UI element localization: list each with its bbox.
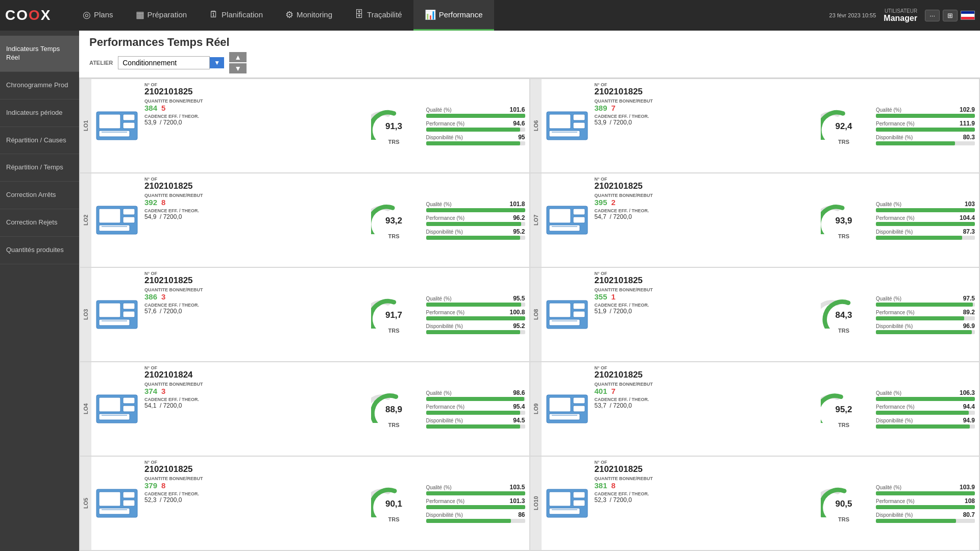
nav-planification[interactable]: 🗓 Planification xyxy=(198,0,274,31)
qty-good: 395 xyxy=(595,198,607,207)
of-number: 2102101825 xyxy=(595,276,814,286)
cad-val: 52,3 / 7200,0 xyxy=(144,496,364,504)
qty-good: 374 xyxy=(144,387,157,395)
sidebar-item-correction-arrets[interactable]: Correction Arrêts xyxy=(0,182,79,209)
gauge-value: 91,7 xyxy=(385,310,402,320)
metric-disponibilite: Disponibilité (%) 87.3 xyxy=(876,228,975,240)
nav-up-button[interactable]: ▲ xyxy=(229,52,247,62)
svg-rect-14 xyxy=(99,225,130,231)
svg-rect-39 xyxy=(123,397,135,404)
lot-label: LO8 xyxy=(530,268,542,361)
metrics-col: Qualité (%) 102.9 Performance (%) 111.9 … xyxy=(872,79,979,172)
qty-bad: 2 xyxy=(611,198,616,207)
user-name: Manager xyxy=(884,14,917,23)
nav-performance[interactable]: 📊 Performance xyxy=(413,0,494,31)
svg-rect-49 xyxy=(99,492,120,506)
of-number: 2102101825 xyxy=(144,276,364,286)
metric-disponibilite: Disponibilité (%) 86 xyxy=(426,511,525,523)
gauge-container: 90,5 xyxy=(821,484,867,517)
nav-tracabilite-label: Traçabilité xyxy=(367,10,402,19)
machine-preview xyxy=(542,362,593,456)
kpi-card-lo8: LO8 N° OF 2102101825 QUANTITE BONNE/REBU… xyxy=(530,268,979,361)
svg-rect-33 xyxy=(573,303,585,309)
lot-label: LO4 xyxy=(80,362,91,456)
language-flag[interactable] xyxy=(961,11,975,20)
nav-btn-2[interactable]: ⊞ xyxy=(943,10,958,21)
nav-preparation[interactable]: ▦ Préparation xyxy=(125,0,199,31)
svg-rect-57 xyxy=(573,492,585,498)
qty-row: 381 8 xyxy=(595,481,814,490)
nav-plans[interactable]: ◎ Plans xyxy=(71,0,125,31)
svg-rect-19 xyxy=(549,209,571,223)
sidebar-item-chronogramme-prod[interactable]: Chronogramme Prod xyxy=(0,72,79,99)
nav-down-button[interactable]: ▼ xyxy=(229,63,247,73)
metric-qualite: Qualité (%) 103.9 xyxy=(876,484,975,495)
lot-label: LO7 xyxy=(530,173,542,267)
main-layout: Indicateurs Temps Réel Chronogramme Prod… xyxy=(0,31,980,551)
qty-label: QUANTITE BONNE/REBUT xyxy=(144,98,364,104)
planification-icon: 🗓 xyxy=(209,9,218,20)
kpi-card-lo1: LO1 N° OF 2102101825 QUANTITE BONNE/REBU… xyxy=(80,79,529,172)
qty-row: 379 8 xyxy=(144,481,364,490)
gauge-value: 90,5 xyxy=(835,499,852,509)
card-info: N° OF 2102101825 QUANTITE BONNE/REBUT 35… xyxy=(593,268,816,361)
qty-row: 389 7 xyxy=(595,104,814,112)
plans-icon: ◎ xyxy=(83,9,91,20)
cad-val: 57,6 / 7200,0 xyxy=(144,308,364,315)
of-number: 2102101825 xyxy=(595,465,814,474)
metric-performance: Performance (%) 94.6 xyxy=(426,120,525,132)
nav-tracabilite[interactable]: 🗄 Traçabilité xyxy=(344,0,413,31)
card-info: N° OF 2102101825 QUANTITE BONNE/REBUT 38… xyxy=(593,457,816,550)
sidebar-item-quantites-produites[interactable]: Quantités produites xyxy=(0,237,79,264)
card-info: N° OF 2102101825 QUANTITE BONNE/REBUT 38… xyxy=(142,79,366,172)
qty-bad: 8 xyxy=(161,198,165,207)
qty-label: QUANTITE BONNE/REBUT xyxy=(595,382,814,387)
cad-label: CADENCE EFF. / THEOR. xyxy=(595,303,814,308)
qty-good: 379 xyxy=(144,481,157,490)
user-info: UTILISATEUR Manager xyxy=(884,8,917,23)
svg-rect-56 xyxy=(549,508,580,514)
qty-label: QUANTITE BONNE/REBUT xyxy=(595,476,814,481)
svg-rect-16 xyxy=(123,217,135,223)
metrics-col: Qualité (%) 103.5 Performance (%) 101.3 … xyxy=(422,457,529,550)
nav-preparation-label: Préparation xyxy=(148,10,187,19)
of-number: 2102101825 xyxy=(595,182,814,191)
gauge-container: 92,4 xyxy=(821,107,867,140)
metric-performance: Performance (%) 94.4 xyxy=(876,403,975,415)
gauge-wrap: 92,4 TRS xyxy=(816,79,872,172)
gauge-value: 95,2 xyxy=(835,405,852,415)
machine-preview xyxy=(91,457,142,550)
qty-bad: 1 xyxy=(611,292,616,301)
cad-val: 54,9 / 7200,0 xyxy=(144,213,364,220)
svg-rect-38 xyxy=(99,414,130,420)
sidebar-item-correction-rejets[interactable]: Correction Rejets xyxy=(0,209,79,237)
nav-btn-1[interactable]: ··· xyxy=(925,10,940,21)
nav-monitoring[interactable]: ⚙ Monitoring xyxy=(274,0,344,31)
metric-qualite: Qualité (%) 95.5 xyxy=(426,295,525,307)
metric-disponibilite: Disponibilité (%) 94.9 xyxy=(876,417,975,429)
metric-performance: Performance (%) 96.2 xyxy=(426,214,525,226)
svg-rect-50 xyxy=(99,508,130,514)
metrics-col: Qualité (%) 103.9 Performance (%) 108 Di… xyxy=(872,457,979,550)
sidebar-item-repartition-temps[interactable]: Répartition / Temps xyxy=(0,154,79,182)
sidebar-item-indicateurs-temps-reel[interactable]: Indicateurs Temps Réel xyxy=(0,36,79,72)
atelier-select[interactable]: Conditionnement Assemblage Fabrication xyxy=(118,56,210,69)
cad-val: 53,9 / 7200,0 xyxy=(144,119,364,126)
nav-right: 23 févr 2023 10:55 UTILISATEUR Manager ·… xyxy=(829,8,975,23)
cad-label: CADENCE EFF. / THEOR. xyxy=(595,397,814,402)
lot-label: LO3 xyxy=(80,268,91,361)
qty-label: QUANTITE BONNE/REBUT xyxy=(144,382,364,387)
atelier-dropdown-arrow[interactable]: ▼ xyxy=(210,57,224,68)
svg-rect-28 xyxy=(123,311,135,317)
qty-bad: 3 xyxy=(161,387,165,395)
lot-label: LO1 xyxy=(80,79,91,172)
qty-label: QUANTITE BONNE/REBUT xyxy=(595,98,814,104)
metric-disponibilite: Disponibilité (%) 95 xyxy=(426,134,525,145)
user-label: UTILISATEUR xyxy=(884,8,917,14)
metric-qualite: Qualité (%) 103 xyxy=(876,201,975,212)
kpi-card-lo4: LO4 N° OF 2102101824 QUANTITE BONNE/REBU… xyxy=(80,362,529,456)
sidebar-item-repartition-causes[interactable]: Répartition / Causes xyxy=(0,127,79,155)
metrics-col: Qualité (%) 98.6 Performance (%) 95.4 Di… xyxy=(422,362,529,456)
sidebar-item-indicateurs-periode[interactable]: Indicateurs période xyxy=(0,99,79,127)
gauge-value: 92,4 xyxy=(835,121,852,132)
